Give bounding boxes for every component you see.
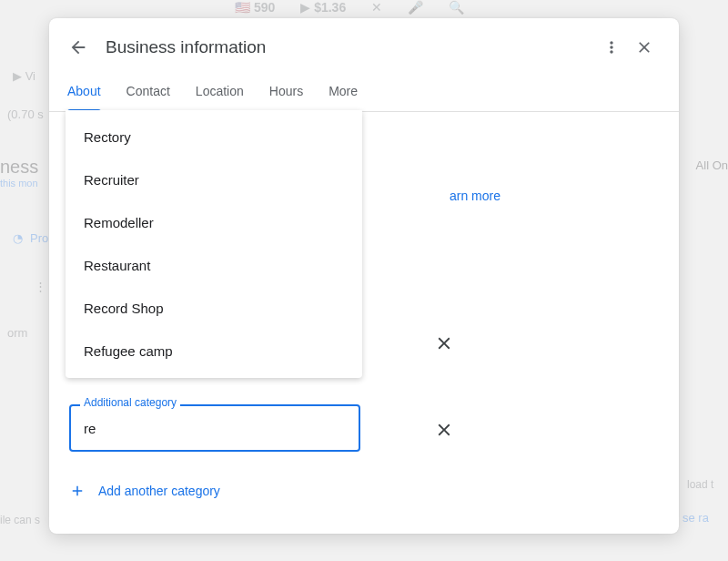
- input-label: Additional category: [80, 396, 180, 409]
- arrow-back-icon: [68, 37, 88, 57]
- dropdown-option[interactable]: Rectory: [66, 116, 362, 158]
- back-button[interactable]: [67, 36, 89, 58]
- dropdown-option[interactable]: Remodeller: [66, 201, 362, 244]
- tab-contact[interactable]: Contact: [126, 73, 170, 111]
- dropdown-option[interactable]: Recruiter: [66, 158, 362, 201]
- bg-stat-2: $1.36: [314, 0, 346, 15]
- more-menu-button[interactable]: [595, 31, 628, 64]
- tab-more[interactable]: More: [329, 73, 358, 111]
- close-icon: [434, 333, 454, 353]
- more-vert-icon: [602, 38, 621, 56]
- dropdown-option[interactable]: Record Shop: [66, 287, 362, 330]
- bg-stat-1: 590: [254, 0, 275, 15]
- tab-about[interactable]: About: [67, 73, 101, 111]
- tab-hours[interactable]: Hours: [269, 73, 303, 111]
- close-icon: [434, 420, 454, 440]
- close-button[interactable]: [628, 31, 661, 64]
- plus-icon: [69, 483, 86, 499]
- bg-search: 🔍: [449, 0, 464, 15]
- tab-location[interactable]: Location: [196, 73, 244, 111]
- additional-category-input[interactable]: [69, 404, 360, 452]
- add-another-category-button[interactable]: Add another category: [69, 483, 220, 499]
- bg-x: ✕: [371, 0, 382, 15]
- dropdown-option[interactable]: Restaurant: [66, 244, 362, 287]
- dropdown-option[interactable]: Refugee camp: [66, 330, 362, 372]
- business-info-modal: Business information About Contact Locat…: [49, 18, 679, 534]
- close-icon: [635, 38, 653, 56]
- remove-additional-category-button[interactable]: [431, 417, 457, 443]
- additional-category-field-wrap: Additional category: [69, 404, 360, 452]
- modal-title: Business information: [106, 37, 595, 57]
- learn-more-link[interactable]: arn more: [450, 189, 500, 203]
- category-autocomplete-dropdown: Rectory Recruiter Remodeller Restaurant …: [66, 110, 362, 378]
- remove-primary-category-button[interactable]: [431, 331, 457, 356]
- tabs: About Contact Location Hours More: [49, 73, 679, 112]
- add-another-label: Add another category: [98, 484, 220, 498]
- bg-mic: 🎤: [408, 0, 423, 15]
